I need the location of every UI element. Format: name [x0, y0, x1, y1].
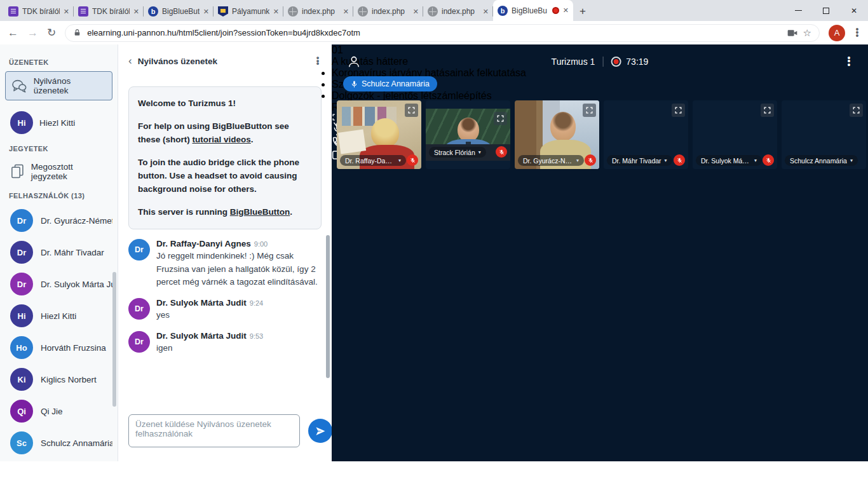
tab-recording-indicator	[552, 7, 559, 14]
chat-title: Nyilvános üzenetek	[138, 57, 217, 66]
camera-in-use-icon[interactable]	[787, 29, 797, 37]
tab-close-icon[interactable]: ✕	[203, 8, 209, 16]
bigbluebutton-app: ÜZENETEK Nyilvános üzenetek Hi Hiezl Kit…	[0, 44, 868, 461]
tab-bbb-active[interactable]: b BigBlueBu ✕	[493, 0, 573, 21]
browser-menu-icon[interactable]: •••	[854, 28, 860, 37]
browser-tab-strip: TDK bírálólap ✕ TDK bírálólap ✕ b BigBlu…	[0, 0, 868, 21]
tab-index-3[interactable]: index.php ✕	[423, 2, 493, 21]
tab-tdk-1[interactable]: TDK bírálólap ✕	[4, 2, 74, 21]
chat-bubbles-icon	[11, 79, 27, 93]
tab-label: index.php	[372, 7, 409, 16]
sidebar-item-private-chat[interactable]: Hi Hiezl Kitti	[5, 107, 112, 139]
avatar: Ki	[10, 368, 33, 391]
webcam-name-dropdown[interactable]: Strack Flórián▾	[429, 147, 486, 158]
close-window-button[interactable]: ✕	[840, 0, 868, 21]
webcam-name-dropdown[interactable]: Schulcz Annamária▾	[785, 155, 858, 166]
send-plane-icon	[315, 426, 326, 437]
user-list-item[interactable]: Sc Schulcz Annamária	[5, 427, 112, 459]
webcam-tile: Strack Flórián▾	[426, 100, 510, 169]
avatar: Hi	[10, 304, 33, 327]
chat-message-input[interactable]	[128, 414, 300, 447]
webcam-name-dropdown[interactable]: Dr. Raffay-Dany...▾	[340, 155, 406, 166]
meeting-title-group: Turizmus 1 73:19	[552, 57, 649, 67]
tab-close-icon[interactable]: ✕	[273, 8, 279, 16]
user-name: Schulcz Annamária	[41, 438, 112, 448]
notes-section-header: JEGYETEK	[9, 145, 112, 152]
tab-index-1[interactable]: index.php ✕	[283, 2, 353, 21]
talking-user-name: Schulcz Annamária	[362, 79, 430, 88]
divider	[602, 57, 603, 67]
restore-window-button[interactable]	[812, 0, 840, 21]
recording-dot-icon	[611, 57, 621, 67]
tab-bbb-1[interactable]: b BigBlueButton ✕	[144, 2, 214, 21]
tutorial-videos-link[interactable]: tutorial videos	[193, 135, 251, 144]
user-list-item[interactable]: Hi Hiezl Kitti	[5, 300, 112, 332]
reload-icon[interactable]: ↻	[47, 27, 56, 38]
minimize-window-button[interactable]	[784, 0, 812, 21]
avatar: Dr	[10, 241, 33, 264]
sidebar-item-public-chat[interactable]: Nyilvános üzenetek	[5, 71, 112, 100]
tab-close-icon[interactable]: ✕	[343, 8, 349, 16]
manage-users-icon[interactable]	[347, 55, 361, 69]
user-list-item[interactable]: Ho Horváth Fruzsina	[5, 332, 112, 363]
fullscreen-icon[interactable]	[850, 104, 863, 117]
user-list-item[interactable]: Qi Qi Jie	[5, 395, 112, 427]
user-list-item[interactable]: Dr Dr. Sulyok Márta Ju...	[5, 268, 112, 300]
webcam-tile: Dr. Máhr Tivadar▾	[604, 100, 688, 169]
avatar: Ho	[10, 336, 33, 359]
recording-indicator[interactable]: 73:19	[611, 57, 648, 67]
chevron-down-icon: ▾	[665, 158, 667, 163]
sidebar-item-shared-notes[interactable]: Megosztott jegyzetek	[5, 158, 112, 186]
user-list-item[interactable]: Dr Dr. Gyurácz-Német...	[5, 205, 112, 236]
bbb-main-area: Turizmus 1 73:19 ••• Schulcz Annamária D…	[332, 44, 868, 461]
tab-tdk-2[interactable]: TDK bírálólap ✕	[74, 2, 144, 21]
webcam-name-dropdown[interactable]: Dr. Sulyok Márt...▾	[696, 155, 762, 166]
user-name: Hiezl Kitti	[41, 311, 76, 321]
user-list-item[interactable]: Dr Dr. Máhr Tivadar	[5, 236, 112, 268]
webcam-tile: Dr. Raffay-Dany...▾	[337, 100, 421, 169]
webcam-name-dropdown[interactable]: Dr. Máhr Tivadar▾	[607, 155, 672, 166]
webcam-name-dropdown[interactable]: Dr. Gyurácz-Né...▾	[518, 155, 584, 166]
forward-icon[interactable]: →	[27, 27, 38, 38]
chat-back-chevron-icon[interactable]: ‹	[128, 55, 132, 67]
mic-icon	[351, 80, 358, 88]
avatar: Qi	[10, 400, 33, 423]
tab-label: BigBlueBu	[512, 6, 548, 15]
tab-close-icon[interactable]: ✕	[483, 8, 489, 16]
bookmark-star-icon[interactable]: ☆	[803, 27, 811, 39]
tab-palyamunkak[interactable]: Pályamunkák - ✕	[214, 2, 283, 21]
tab-close-icon[interactable]: ✕	[413, 8, 419, 16]
chat-scrollbar[interactable]	[326, 235, 330, 378]
webcam-muted-badge	[674, 154, 685, 166]
meeting-options-icon[interactable]: •••	[845, 57, 853, 67]
new-tab-button[interactable]: +	[573, 2, 592, 21]
user-list-scrollbar[interactable]	[112, 272, 116, 407]
fullscreen-icon[interactable]	[494, 112, 507, 125]
message-text: Jó reggelt mindenkinek! :) Még csak Fruz…	[156, 250, 322, 288]
tab-close-icon[interactable]: ✕	[64, 8, 69, 16]
chat-header: ‹ Nyilvános üzenetek •••	[128, 55, 322, 67]
chat-options-icon[interactable]: •••	[314, 57, 322, 66]
tab-label: TDK bírálólap	[92, 7, 130, 16]
tab-label: TDK bírálólap	[22, 7, 60, 16]
chat-input-row	[128, 414, 332, 447]
back-icon[interactable]: ←	[8, 27, 18, 38]
user-list-item[interactable]: Ki Kiglics Norbert	[5, 363, 112, 395]
send-message-button[interactable]	[308, 419, 332, 443]
tab-close-icon[interactable]: ✕	[563, 6, 569, 15]
fullscreen-icon[interactable]	[672, 104, 685, 117]
fullscreen-icon[interactable]	[761, 104, 774, 117]
globe-favicon	[428, 6, 438, 17]
message-author: Dr. Sulyok Márta Judit9:24	[156, 298, 263, 308]
globe-favicon	[358, 6, 368, 17]
fullscreen-icon[interactable]	[583, 104, 596, 117]
url-bar[interactable]: elearning.uni-pannon.hu/html5client/join…	[65, 24, 820, 42]
talking-indicator[interactable]: Schulcz Annamária	[343, 76, 437, 92]
bigbluebutton-link[interactable]: BigBlueButton	[230, 207, 290, 217]
browser-profile-avatar[interactable]: A	[829, 25, 845, 41]
tab-index-2[interactable]: index.php ✕	[353, 2, 423, 21]
tab-close-icon[interactable]: ✕	[133, 8, 139, 16]
message-text: igen	[156, 342, 263, 355]
fullscreen-icon[interactable]	[405, 104, 418, 117]
chat-message: Dr Dr. Sulyok Márta Judit9:53 igen	[128, 331, 322, 355]
